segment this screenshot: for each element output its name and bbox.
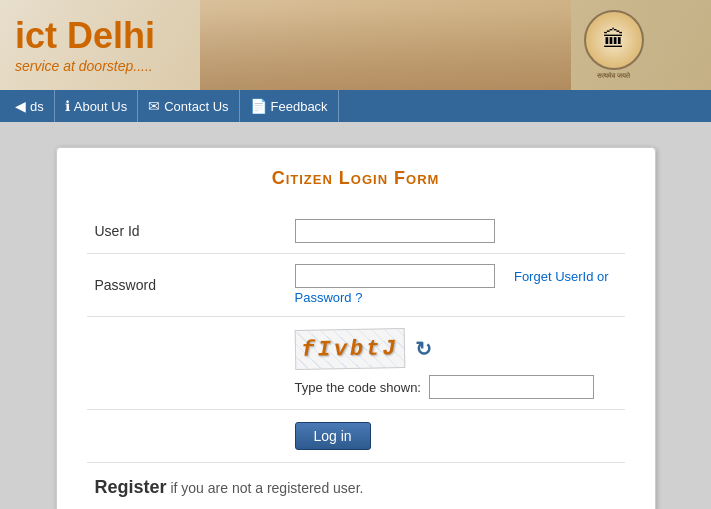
nav-about-label: About Us — [74, 99, 127, 114]
login-button[interactable]: Log in — [295, 422, 371, 450]
form-title: Citizen Login Form — [87, 168, 625, 189]
people-silhouette — [200, 10, 571, 90]
user-id-input-cell — [287, 209, 625, 254]
password-input[interactable] — [295, 264, 495, 288]
captcha-row: fIvbtJ ↻ Type the code shown: — [87, 317, 625, 410]
login-btn-label-cell — [87, 410, 287, 463]
nav-ads-label: ds — [30, 99, 44, 114]
captcha-image: fIvbtJ — [294, 328, 405, 370]
national-emblem: 🏛 सत्यमेव जयते — [576, 5, 651, 85]
password-label: Password — [87, 254, 287, 317]
main-content: Citizen Login Form User Id Password Forg… — [0, 122, 711, 509]
nav-contact-label: Contact Us — [164, 99, 228, 114]
captcha-input-cell: fIvbtJ ↻ Type the code shown: — [287, 317, 625, 410]
navigation-bar: ◀ ds ℹ About Us ✉ Contact Us 📄 Feedback — [0, 90, 711, 122]
nav-feedback-icon: 📄 — [250, 98, 267, 114]
nav-item-feedback[interactable]: 📄 Feedback — [240, 90, 339, 122]
password-row: Password Forget UserId or Password ? — [87, 254, 625, 317]
header-people-bg — [200, 0, 571, 90]
register-link[interactable]: Register — [95, 477, 167, 497]
site-title: ict Delhi — [15, 16, 155, 56]
site-subtitle: service at doorstep..... — [15, 58, 155, 74]
nav-contact-icon: ✉ — [148, 98, 160, 114]
nav-item-ads[interactable]: ◀ ds — [5, 90, 55, 122]
header: ict Delhi service at doorstep..... 🏛 सत्… — [0, 0, 711, 90]
register-suffix: if you are not a registered user. — [167, 480, 364, 496]
captcha-type-row: Type the code shown: — [295, 375, 617, 399]
header-title-block: ict Delhi service at doorstep..... — [0, 6, 170, 84]
register-row: Register if you are not a registered use… — [87, 463, 625, 510]
nav-feedback-label: Feedback — [271, 99, 328, 114]
nav-item-about[interactable]: ℹ About Us — [55, 90, 138, 122]
refresh-captcha-icon[interactable]: ↻ — [415, 337, 432, 361]
captcha-scratch — [295, 329, 404, 369]
register-cell: Register if you are not a registered use… — [87, 463, 625, 510]
captcha-input[interactable] — [429, 375, 594, 399]
user-id-label: User Id — [87, 209, 287, 254]
login-form-table: User Id Password Forget UserId or Passwo… — [87, 209, 625, 509]
emblem-text: सत्यमेव जयते — [597, 72, 630, 80]
nav-about-icon: ℹ — [65, 98, 70, 114]
password-input-cell: Forget UserId or Password ? — [287, 254, 625, 317]
nav-item-contact[interactable]: ✉ Contact Us — [138, 90, 239, 122]
user-id-input[interactable] — [295, 219, 495, 243]
user-id-row: User Id — [87, 209, 625, 254]
login-card: Citizen Login Form User Id Password Forg… — [56, 147, 656, 509]
login-btn-cell: Log in — [287, 410, 625, 463]
nav-items-list: ◀ ds ℹ About Us ✉ Contact Us 📄 Feedback — [5, 90, 339, 122]
captcha-label-cell — [87, 317, 287, 410]
captcha-area: fIvbtJ ↻ — [295, 329, 617, 369]
emblem-image: 🏛 — [584, 10, 644, 70]
captcha-type-label: Type the code shown: — [295, 380, 421, 395]
nav-ads-icon: ◀ — [15, 98, 26, 114]
login-button-row: Log in — [87, 410, 625, 463]
